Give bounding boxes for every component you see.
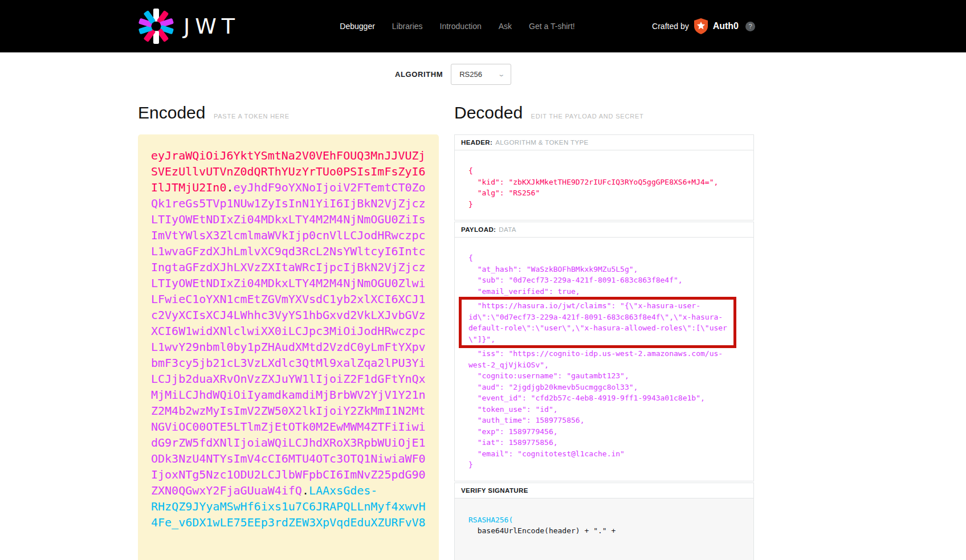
hasura-claims-highlight: "https://hasura.io/jwt/claims": "{\"x-ha… xyxy=(459,297,736,348)
code-line: LTIyOWEtNDIxZi04MDkxLTY4M2M4NjNmOGU0Zlwi xyxy=(151,275,439,291)
json-line: "at_hash": "WaSzkBOFhBMkxk9MZu5L5g", xyxy=(468,264,753,275)
code-line: MjMiLCJhdWQiOiIyamdkamdiMjBrbWV2YjV1Y21n xyxy=(151,387,439,403)
algorithm-row: ALGORITHM RS256 ⌄ xyxy=(395,64,966,85)
code-line: ZXN0QGwxY2FjaGUuaW4ifQ.LAAxsGdes- xyxy=(151,483,439,498)
code-line: Z2M4b2wzMyIsImV2ZW50X2lkIjoiY2ZkMmI1N2Mt xyxy=(151,403,439,419)
nav-item-debugger[interactable]: Debugger xyxy=(340,22,375,31)
payload-json-after: "iss": "https://cognito-idp.us-west-2.am… xyxy=(468,348,753,471)
jwt-logo[interactable]: JWT xyxy=(138,8,240,44)
jwt-wordmark: JWT xyxy=(184,14,240,39)
payload-json-editor[interactable]: { "at_hash": "WaSzkBOFhBMkxk9MZu5L5g", "… xyxy=(455,238,753,481)
code-line: IjoxNTg5Nzc1ODU2LCJlbWFpbCI6ImNvZ25pdG90 xyxy=(151,467,439,483)
code-line: base64UrlEncode(header) + "." + xyxy=(468,525,753,537)
code-line: IngtaGFzdXJhLXVzZXItaWRcIjpcIjBkN2VjZjcz xyxy=(151,259,439,275)
header-section-label: HEADER: xyxy=(461,139,492,146)
json-line: "alg": "RS256" xyxy=(468,187,753,199)
code-line: NGViOC00OTE5LTlmZjEtOTk0M2EwMWM4ZTFiIiwi xyxy=(151,419,439,435)
json-line: "email_verified": true, xyxy=(468,286,753,297)
code-line: bmF3cy5jb21cL3VzLXdlc3QtMl9xalZqa2lPU3Yi xyxy=(151,355,439,371)
json-line: "cognito:username": "gautambt123", xyxy=(468,370,753,382)
payload-json-before: { "at_hash": "WaSzkBOFhBMkxk9MZu5L5g", "… xyxy=(468,252,753,297)
header-section: HEADER: ALGORITHM & TOKEN TYPE { "kid": … xyxy=(454,134,754,220)
code-line: LFwieC1oYXN1cmEtZGVmYXVsdC1yb2xlXCI6XCJ1 xyxy=(151,291,439,307)
payload-section: PAYLOAD: DATA { "at_hash": "WaSzkBOFhBMk… xyxy=(454,222,754,481)
auth0-label: Auth0 xyxy=(713,21,739,31)
encoded-subtitle: PASTE A TOKEN HERE xyxy=(214,113,290,120)
nav-item-ask[interactable]: Ask xyxy=(499,22,512,31)
decoded-subtitle: EDIT THE PAYLOAD AND SECRET xyxy=(531,113,644,120)
json-line: id\":\"0d7ecf73-229a-421f-8091-683c863f8… xyxy=(468,312,733,323)
auth0-logo-icon xyxy=(694,18,708,34)
json-line: default-role\":\"user\",\"x-hasura-allow… xyxy=(468,322,733,334)
json-line: { xyxy=(468,252,753,264)
code-line: L1wvaGFzdXJhLmlvXC9qd3RcL2NsYWltcyI6Intc xyxy=(151,243,439,259)
encoded-token-editor[interactable]: eyJraWQiOiJ6YktYSmtNa2V0VEhFOUQ3MnJJVUZj… xyxy=(138,134,439,560)
code-line: ODk3NzU4NTYsImV4cCI6MTU4OTc3OTQ1NiwiaWF0 xyxy=(151,451,439,467)
verify-signature-label: VERIFY SIGNATURE xyxy=(461,487,528,494)
json-line: "kid": "zbKXJkMketTHE9D72rIUFcIQ3RYoQ5gg… xyxy=(468,177,753,188)
json-line: "sub": "0d7ecf73-229a-421f-8091-683c863f… xyxy=(468,275,753,286)
header-section-titlebar: HEADER: ALGORITHM & TOKEN TYPE xyxy=(455,135,753,150)
json-line: "https://hasura.io/jwt/claims": "{\"x-ha… xyxy=(468,300,733,312)
code-line: L1wvY29nbml0by1pZHAudXMtd2VzdC0yLmFtYXpv xyxy=(151,339,439,355)
nav-item-libraries[interactable]: Libraries xyxy=(392,22,423,31)
json-line: "iss": "https://cognito-idp.us-west-2.am… xyxy=(468,348,753,359)
json-line: "exp": 1589779456, xyxy=(468,426,753,438)
code-line: dG9rZW5fdXNlIjoiaWQiLCJhdXRoX3RpbWUiOjE1 xyxy=(151,435,439,451)
code-line: 4Fe_v6DX1wLE75EEp3rdZEW3XpVqdEduXZURFvV8 xyxy=(151,514,439,530)
verify-signature-titlebar: VERIFY SIGNATURE xyxy=(455,483,753,498)
header-section-sublabel: ALGORITHM & TOKEN TYPE xyxy=(495,139,588,146)
crafted-by-label: Crafted by xyxy=(652,22,689,31)
encoded-title: Encoded xyxy=(138,103,205,122)
help-icon[interactable]: ? xyxy=(745,22,755,31)
code-line: IlJTMjU2In0.eyJhdF9oYXNoIjoiV2FTemtCT0Zo xyxy=(151,179,439,195)
json-line: "email": "cognitotest@l1cache.in" xyxy=(468,448,753,460)
decoded-title: Decoded xyxy=(454,103,523,122)
chevron-down-icon: ⌄ xyxy=(498,71,505,78)
code-line: RHzQZ9JYyaMSwHf6ixs1u7C6JRAPQLLnMyf4xwvH xyxy=(151,498,439,514)
jwt-logo-icon xyxy=(138,8,174,44)
header-json-editor[interactable]: { "kid": "zbKXJkMketTHE9D72rIUFcIQ3RYoQ5… xyxy=(455,150,753,220)
code-line: XCI6W1widXNlclwiXX0iLCJpc3MiOiJodHRwczpc xyxy=(151,323,439,339)
code-line: LTIyOWEtNDIxZi04MDkxLTY4M2M4NjNmOGU0ZiIs xyxy=(151,211,439,227)
nav-item-introduction[interactable]: Introduction xyxy=(440,22,482,31)
code-line: RSASHA256( xyxy=(468,514,753,526)
json-line: \"]}", xyxy=(468,334,733,345)
crafted-by-group[interactable]: Crafted by Auth0 ? xyxy=(652,18,755,34)
algorithm-select[interactable]: RS256 ⌄ xyxy=(451,64,511,85)
json-line: "event_id": "cfd2b57c-4eb8-4919-9ff1-994… xyxy=(468,393,753,404)
code-line: LCJjb2duaXRvOnVzZXJuYW1lIjoiZ2F1dGFtYnQx xyxy=(151,371,439,387)
json-line: "auth_time": 1589775856, xyxy=(468,415,753,426)
code-line: c2VyXCIsXCJ4LWhhc3VyYS1hbGxvd2VkLXJvbGVz xyxy=(151,307,439,323)
nav-item-get-a-t-shirt-[interactable]: Get a T-shirt! xyxy=(529,22,575,31)
json-line: "token_use": "id", xyxy=(468,404,753,415)
json-line: "iat": 1589775856, xyxy=(468,437,753,448)
payload-section-titlebar: PAYLOAD: DATA xyxy=(455,222,753,238)
json-line: "aud": "2jgdjgb20kmevb5ucmggc8ol33", xyxy=(468,382,753,393)
json-line: { xyxy=(468,165,753,177)
payload-section-sublabel: DATA xyxy=(499,226,516,233)
payload-section-label: PAYLOAD: xyxy=(461,226,496,233)
code-line: SVEzUllvUTVnZ0dQRThYUzYrTUo0PSIsImFsZyI6 xyxy=(151,163,439,179)
code-line: ImVtYWlsX3ZlcmlmaWVkIjp0cnVlLCJodHRwczpc xyxy=(151,227,439,243)
code-line: Qk1reGs5TVp1NUw1ZyIsInN1YiI6IjBkN2VjZjcz xyxy=(151,195,439,211)
code-line: eyJraWQiOiJ6YktYSmtNa2V0VEhFOUQ3MnJJVUZj xyxy=(151,148,439,163)
json-line: } xyxy=(468,199,753,210)
main-nav: DebuggerLibrariesIntroductionAskGet a T-… xyxy=(317,22,574,31)
json-line: west-2_qjVjkiOSv", xyxy=(468,359,753,371)
algorithm-label: ALGORITHM xyxy=(395,70,443,79)
algorithm-selected-value: RS256 xyxy=(459,70,482,79)
json-line: } xyxy=(468,459,753,471)
verify-signature-section: VERIFY SIGNATURE RSASHA256( base64UrlEnc… xyxy=(454,483,754,560)
signature-formula[interactable]: RSASHA256( base64UrlEncode(header) + "."… xyxy=(455,498,753,560)
top-nav-bar: JWT DebuggerLibrariesIntroductionAskGet … xyxy=(0,0,966,52)
